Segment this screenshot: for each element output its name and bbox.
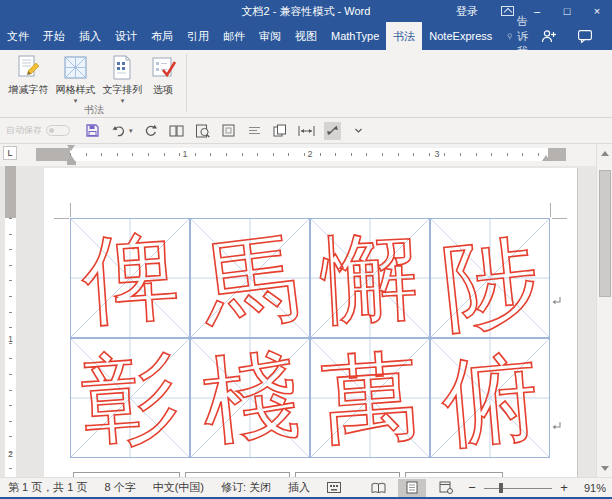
- tab-home[interactable]: 开始: [36, 22, 72, 50]
- right-indent-marker[interactable]: [542, 155, 550, 161]
- ruler-number: 3: [434, 149, 439, 159]
- calligraphy-character: 俾: [66, 214, 194, 342]
- zoom-slider[interactable]: [484, 479, 552, 497]
- crop-mark: [552, 218, 567, 219]
- ribbon-group-calligraphy: 增减字符 网格样式 ▾: [2, 50, 186, 117]
- left-indent-marker[interactable]: [67, 161, 76, 165]
- zoom-slider-thumb[interactable]: [499, 483, 503, 493]
- print-preview-button[interactable]: [194, 122, 211, 140]
- zoom-out-button[interactable]: −: [466, 480, 478, 495]
- document-page[interactable]: 俾 馬 懈: [44, 168, 578, 477]
- tab-insert[interactable]: 插入: [72, 22, 108, 50]
- calligraphy-character: 棧: [184, 332, 316, 464]
- tab-design[interactable]: 设计: [108, 22, 144, 50]
- vertical-scrollbar[interactable]: [596, 144, 612, 477]
- paragraph-marks-button[interactable]: [246, 122, 263, 140]
- book-pages-icon: [169, 125, 184, 137]
- close-button[interactable]: ×: [582, 0, 612, 22]
- print-preview-icon: [195, 124, 210, 138]
- read-mode-view-button[interactable]: [364, 479, 392, 497]
- comments-icon[interactable]: [578, 30, 592, 43]
- calligraphy-cell[interactable]: 懈: [310, 218, 430, 338]
- options-button[interactable]: 选项: [147, 53, 179, 97]
- tab-references[interactable]: 引用: [180, 22, 216, 50]
- vertical-ruler-margin: [5, 166, 16, 218]
- undo-icon: [112, 125, 126, 137]
- calligraphy-character: 彰: [66, 334, 194, 462]
- ribbon: 增减字符 网格样式 ▾: [0, 50, 612, 118]
- track-changes-indicator[interactable]: 修订: 关闭: [221, 480, 271, 495]
- crop-mark: [54, 218, 69, 219]
- calligraphy-cell[interactable]: 棧: [190, 338, 310, 458]
- button-label: 选项: [153, 83, 173, 97]
- save-icon: [86, 124, 99, 137]
- redo-button[interactable]: [142, 122, 159, 140]
- diagonal-arrows-icon: [326, 124, 339, 137]
- tab-noteexpress[interactable]: NoteExpress: [422, 22, 499, 50]
- tell-me[interactable]: 告诉我: [499, 22, 541, 50]
- tab-calligraphy[interactable]: 书法: [386, 22, 422, 50]
- print-layout-view-button[interactable]: [398, 479, 426, 497]
- web-layout-icon: [439, 481, 453, 494]
- zoom-in-button[interactable]: +: [558, 480, 570, 495]
- adjust-characters-icon: [15, 54, 42, 81]
- adjust-characters-button[interactable]: 增减字符: [6, 53, 51, 97]
- calligraphy-cell[interactable]: 彰: [70, 338, 190, 458]
- horizontal-ruler[interactable]: 1 2 3: [36, 148, 566, 161]
- lightbulb-icon: [507, 30, 513, 43]
- text-arrangement-icon: [109, 54, 136, 81]
- crop-mark: [550, 203, 551, 217]
- read-mode-button[interactable]: [168, 122, 185, 140]
- tab-mathtype[interactable]: MathType: [324, 22, 386, 50]
- scroll-up-button[interactable]: [597, 145, 612, 161]
- tab-file[interactable]: 文件: [0, 22, 36, 50]
- character-width-button[interactable]: [298, 122, 315, 140]
- calligraphy-cell[interactable]: 萬: [310, 338, 430, 458]
- calligraphy-cell[interactable]: 俯: [430, 338, 550, 458]
- ruler-row: L 1 2 3: [0, 144, 612, 166]
- maximize-button[interactable]: □: [552, 0, 582, 22]
- page-borders-button[interactable]: [220, 122, 237, 140]
- undo-dropdown-icon[interactable]: ▾: [129, 127, 133, 135]
- paragraph-mark-icon: [552, 421, 563, 432]
- toggle-adjust-button[interactable]: [324, 122, 341, 140]
- copy-format-button[interactable]: [272, 122, 289, 140]
- read-mode-icon: [371, 482, 386, 494]
- zoom-level[interactable]: 91%: [576, 482, 606, 494]
- calligraphy-character: 懈: [307, 215, 433, 341]
- vertical-ruler[interactable]: 1 2: [5, 166, 16, 477]
- scroll-down-button[interactable]: [597, 460, 612, 476]
- web-layout-view-button[interactable]: [432, 479, 460, 497]
- calligraphy-cell[interactable]: 俾: [70, 218, 190, 338]
- input-panel-icon[interactable]: [327, 482, 341, 493]
- zoom-slider-track: [484, 488, 552, 489]
- scrollbar-thumb[interactable]: [599, 170, 611, 297]
- first-line-indent-marker[interactable]: [67, 145, 75, 151]
- print-layout-icon: [406, 481, 418, 494]
- insert-mode-indicator[interactable]: 插入: [288, 480, 310, 495]
- calligraphy-cell[interactable]: 馬: [190, 218, 310, 338]
- tab-view[interactable]: 视图: [288, 22, 324, 50]
- signin-button[interactable]: 登录: [442, 4, 492, 19]
- undo-button[interactable]: [110, 122, 127, 140]
- share-person-icon[interactable]: [541, 29, 556, 43]
- page-indicator[interactable]: 第 1 页，共 1 页: [8, 480, 87, 495]
- tab-layout[interactable]: 布局: [144, 22, 180, 50]
- customize-qat-button[interactable]: [350, 122, 367, 140]
- language-indicator[interactable]: 中文(中国): [153, 480, 204, 495]
- tab-mailings[interactable]: 邮件: [216, 22, 252, 50]
- tab-selector[interactable]: L: [3, 146, 17, 160]
- save-button[interactable]: [84, 122, 101, 140]
- status-bar: 第 1 页，共 1 页 8 个字 中文(中国) 修订: 关闭 插入: [0, 477, 612, 497]
- ribbon-tabs: 文件 开始 插入 设计 布局 引用 邮件 审阅 视图 MathType 书法 N…: [0, 22, 612, 50]
- autosave-toggle[interactable]: 自动保存: [6, 124, 70, 137]
- button-label: 文字排列: [103, 83, 143, 97]
- tab-review[interactable]: 审阅: [252, 22, 288, 50]
- word-count[interactable]: 8 个字: [104, 480, 135, 495]
- grid-style-button[interactable]: 网格样式 ▾: [53, 53, 98, 104]
- ruler-number: 1: [5, 334, 16, 344]
- text-arrangement-button[interactable]: 文字排列 ▾: [100, 53, 145, 104]
- redo-icon: [144, 124, 157, 137]
- calligraphy-cell[interactable]: 陟: [430, 218, 550, 338]
- page-icon: [222, 124, 235, 137]
